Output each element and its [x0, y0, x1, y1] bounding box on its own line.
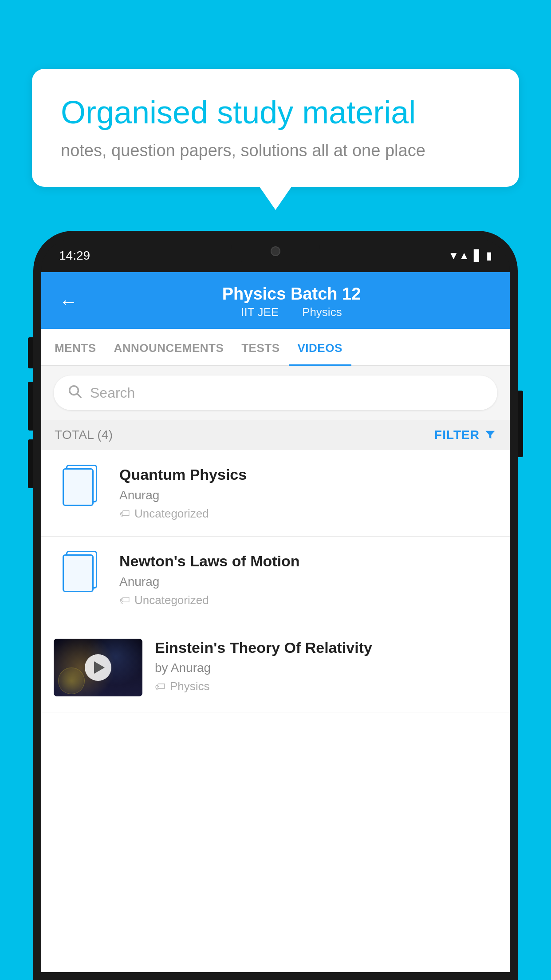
search-bar-container: Search [41, 366, 510, 420]
phone-container: 14:29 ▼▲ ▋ ▮ ← Physics Batch 12 IIT JEE [33, 231, 518, 980]
tag-icon: 🏷 [119, 594, 130, 606]
batch-title: Physics Batch 12 [91, 285, 492, 304]
phone-power-button [518, 391, 523, 457]
bubble-subtitle: notes, question papers, solutions all at… [61, 141, 490, 160]
video-info-einstein: Einstein's Theory Of Relativity by Anura… [155, 639, 497, 694]
filter-row: TOTAL (4) FILTER [41, 420, 510, 450]
batch-tag1: IIT JEE [241, 305, 279, 319]
video-thumb-quantum [54, 466, 107, 506]
signal-icon: ▋ [474, 249, 482, 262]
play-button[interactable] [85, 654, 111, 681]
einstein-thumbnail [54, 639, 142, 696]
svg-line-1 [77, 394, 81, 397]
tag-icon: 🏷 [155, 680, 165, 693]
tab-videos[interactable]: VIDEOS [289, 329, 351, 365]
phone-screen: ← Physics Batch 12 IIT JEE Physics MENTS… [41, 272, 510, 972]
video-tag: 🏷 Physics [155, 680, 497, 693]
phone-notch [231, 239, 320, 263]
video-info-newton: Newton's Laws of Motion Anurag 🏷 Uncateg… [119, 552, 497, 607]
total-count: TOTAL (4) [55, 428, 113, 442]
speech-bubble: Organised study material notes, question… [32, 69, 519, 187]
video-title: Newton's Laws of Motion [119, 552, 497, 570]
file-icon [63, 551, 98, 593]
video-title: Quantum Physics [119, 466, 497, 484]
video-thumb-newton [54, 552, 107, 592]
list-item[interactable]: Einstein's Theory Of Relativity by Anura… [41, 623, 510, 712]
batch-tag2: Physics [302, 305, 342, 319]
speech-bubble-section: Organised study material notes, question… [32, 69, 519, 187]
search-input[interactable]: Search [90, 385, 135, 401]
header-title-block: Physics Batch 12 IIT JEE Physics [91, 285, 492, 319]
file-icon [63, 465, 98, 507]
camera-dot [271, 246, 280, 256]
play-icon [94, 661, 105, 674]
app-header: ← Physics Batch 12 IIT JEE Physics [41, 272, 510, 329]
batch-subtitle: IIT JEE Physics [91, 305, 492, 319]
list-item[interactable]: Quantum Physics Anurag 🏷 Uncategorized [41, 450, 510, 537]
phone-volume-down-button [28, 382, 33, 431]
globe-decoration [58, 668, 85, 694]
filter-label: FILTER [434, 428, 480, 442]
video-author: by Anurag [155, 661, 497, 675]
filter-button[interactable]: FILTER [434, 428, 496, 442]
phone-volume-up-button [28, 337, 33, 368]
phone-time: 14:29 [59, 249, 90, 263]
video-info-quantum: Quantum Physics Anurag 🏷 Uncategorized [119, 466, 497, 521]
battery-icon: ▮ [486, 249, 492, 262]
status-icons: ▼▲ ▋ ▮ [448, 249, 492, 262]
file-page2 [63, 554, 94, 592]
search-bar[interactable]: Search [54, 375, 497, 410]
tag-label: Uncategorized [134, 507, 209, 521]
video-author: Anurag [119, 575, 497, 589]
bubble-title: Organised study material [61, 93, 490, 131]
file-page2 [63, 468, 94, 506]
video-tag: 🏷 Uncategorized [119, 507, 497, 521]
tab-tests[interactable]: TESTS [232, 329, 288, 365]
tabs-bar: MENTS ANNOUNCEMENTS TESTS VIDEOS [41, 329, 510, 366]
tag-label: Uncategorized [134, 593, 209, 607]
status-bar: 14:29 ▼▲ ▋ ▮ [41, 239, 510, 272]
tag-label: Physics [170, 680, 210, 693]
tab-announcements[interactable]: ANNOUNCEMENTS [105, 329, 233, 365]
video-tag: 🏷 Uncategorized [119, 593, 497, 607]
video-title: Einstein's Theory Of Relativity [155, 639, 497, 657]
tag-icon: 🏷 [119, 507, 130, 520]
wifi-icon: ▼▲ [448, 249, 469, 262]
list-item[interactable]: Newton's Laws of Motion Anurag 🏷 Uncateg… [41, 537, 510, 623]
video-list: Quantum Physics Anurag 🏷 Uncategorized [41, 450, 510, 712]
video-author: Anurag [119, 488, 497, 502]
tab-ments[interactable]: MENTS [46, 329, 105, 365]
filter-icon [484, 429, 496, 441]
back-button[interactable]: ← [59, 291, 78, 312]
phone-silent-button [28, 439, 33, 488]
search-icon [67, 383, 82, 402]
phone-outer: 14:29 ▼▲ ▋ ▮ ← Physics Batch 12 IIT JEE [33, 231, 518, 980]
